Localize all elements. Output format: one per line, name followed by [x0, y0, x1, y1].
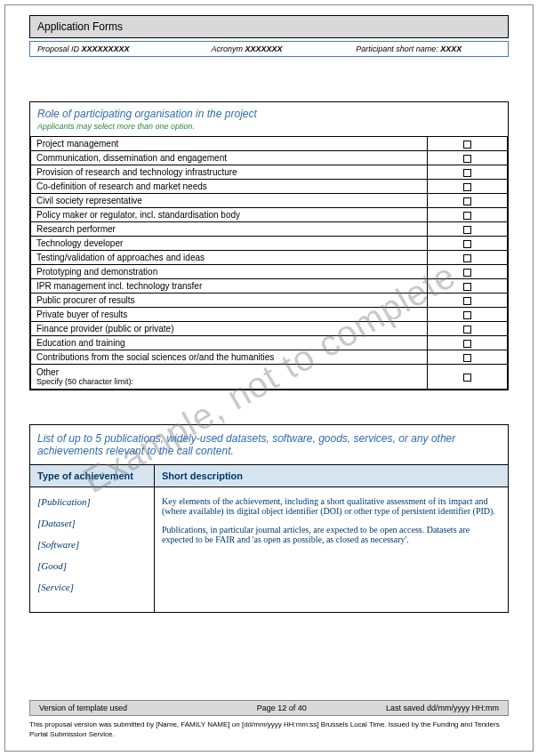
roles-row: Prototyping and demonstration	[31, 265, 508, 279]
roles-checkbox[interactable]	[463, 183, 471, 191]
id-bar: Proposal ID XXXXXXXXX Acronym XXXXXXX Pa…	[29, 41, 509, 57]
roles-checkbox[interactable]	[463, 226, 471, 234]
footer-bar: Version of template used Page 12 of 40 L…	[29, 700, 509, 716]
roles-checkbox[interactable]	[463, 269, 471, 277]
roles-item-label: Research performer	[31, 222, 428, 237]
roles-row: Finance provider (public or private)	[31, 322, 508, 336]
roles-item-label: IPR management incl. technology transfer	[31, 279, 428, 294]
roles-row: Public procurer of results	[31, 294, 508, 308]
roles-row: Project management	[31, 137, 508, 151]
pub-desc-2: Publications, in particular journal arti…	[162, 525, 501, 544]
roles-checkbox[interactable]	[463, 354, 471, 362]
publications-section: List of up to 5 publications, widely-use…	[29, 424, 509, 613]
roles-subtitle: Applicants may select more than one opti…	[37, 122, 501, 131]
roles-other-label: OtherSpecify (50 character limit):	[31, 365, 428, 390]
roles-item-label: Finance provider (public or private)	[31, 322, 428, 336]
roles-item-label: Testing/validation of approaches and ide…	[31, 251, 428, 265]
roles-table: Project managementCommunication, dissemi…	[30, 136, 508, 390]
footer-saved: Last saved dd/mm/yyyy HH:mm	[346, 704, 499, 712]
roles-checkbox[interactable]	[463, 141, 471, 149]
footer-page: Page 12 of 40	[218, 704, 346, 712]
roles-row: IPR management incl. technology transfer	[31, 279, 508, 294]
roles-row: Co-definition of research and market nee…	[31, 180, 508, 194]
roles-checkbox[interactable]	[463, 197, 471, 205]
publication-type: [Software]	[37, 539, 147, 550]
roles-item-label: Civil society representative	[31, 194, 428, 208]
publications-title: List of up to 5 publications, widely-use…	[30, 425, 508, 465]
roles-section: Role of participating organisation in th…	[29, 101, 509, 390]
acronym-value: XXXXXXX	[245, 44, 282, 53]
roles-checkbox[interactable]	[463, 297, 471, 305]
footer-note: This proposal version was submitted by […	[29, 720, 509, 739]
pub-col-desc: Short description	[155, 465, 508, 487]
roles-item-label: Technology developer	[31, 237, 428, 251]
roles-item-label: Education and training	[31, 336, 428, 350]
roles-row: Contributions from the social sciences o…	[31, 350, 508, 365]
roles-checkbox[interactable]	[463, 326, 471, 334]
roles-checkbox[interactable]	[463, 212, 471, 220]
roles-item-label: Private buyer of results	[31, 308, 428, 322]
roles-item-label: Public procurer of results	[31, 294, 428, 308]
roles-row: Education and training	[31, 336, 508, 350]
roles-row: Testing/validation of approaches and ide…	[31, 251, 508, 265]
pub-col-type: Type of achievement	[30, 465, 155, 487]
participant-label: Participant short name:	[356, 44, 438, 53]
roles-item-label: Contributions from the social sciences o…	[31, 350, 428, 365]
roles-checkbox[interactable]	[463, 155, 471, 163]
proposal-id-value: XXXXXXXXX	[82, 44, 130, 53]
roles-row: Private buyer of results	[31, 308, 508, 322]
roles-checkbox[interactable]	[463, 240, 471, 248]
roles-item-label: Prototyping and demonstration	[31, 265, 428, 279]
roles-checkbox[interactable]	[463, 283, 471, 291]
participant-value: XXXX	[440, 44, 462, 53]
publication-type: [Dataset]	[37, 518, 147, 528]
roles-row: Communication, dissemination and engagem…	[31, 151, 508, 165]
roles-checkbox[interactable]	[463, 254, 471, 262]
publication-type: [Good]	[37, 560, 147, 571]
roles-row: Research performer	[31, 222, 508, 237]
roles-row: Policy maker or regulator, incl. standar…	[31, 208, 508, 222]
roles-checkbox[interactable]	[463, 169, 471, 177]
roles-checkbox[interactable]	[463, 374, 471, 382]
roles-item-label: Provision of research and technology inf…	[31, 165, 428, 180]
roles-checkbox[interactable]	[463, 340, 471, 348]
footer-version: Version of template used	[39, 704, 218, 712]
roles-item-label: Communication, dissemination and engagem…	[31, 151, 428, 165]
roles-item-label: Project management	[31, 137, 428, 151]
roles-title: Role of participating organisation in th…	[37, 108, 501, 120]
publication-type: [Publication]	[37, 496, 147, 507]
roles-checkbox[interactable]	[463, 311, 471, 319]
pub-desc-1: Key elements of the achievement, includi…	[162, 496, 501, 516]
form-title: Application Forms	[37, 20, 123, 33]
roles-row: Provision of research and technology inf…	[31, 165, 508, 180]
roles-item-label: Co-definition of research and market nee…	[31, 180, 428, 194]
acronym-label: Acronym	[211, 44, 243, 53]
form-header: Application Forms	[29, 15, 509, 38]
proposal-id-label: Proposal ID	[37, 44, 79, 53]
roles-item-label: Policy maker or regulator, incl. standar…	[31, 208, 428, 222]
publication-type: [Service]	[37, 582, 147, 592]
roles-row: Technology developer	[31, 237, 508, 251]
roles-row: Civil society representative	[31, 194, 508, 208]
